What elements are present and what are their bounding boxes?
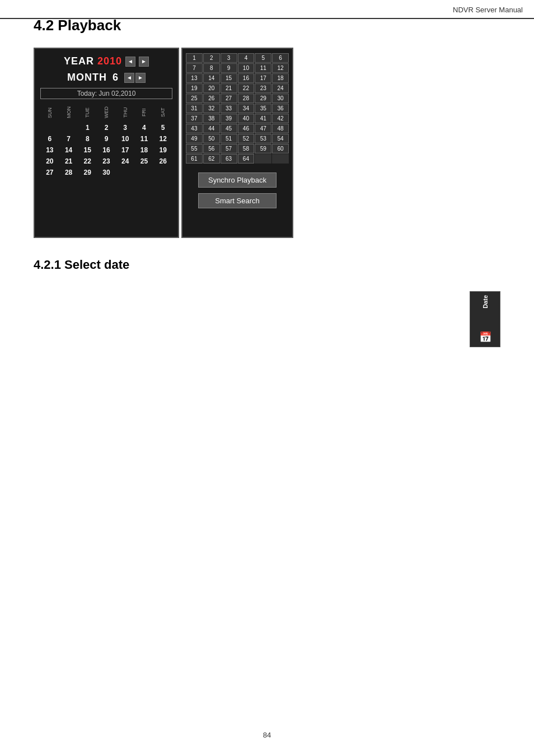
month-next-btn[interactable]: ► <box>135 73 146 83</box>
cal-cell[interactable]: 29 <box>78 167 97 178</box>
cam-number-cell[interactable]: 47 <box>255 124 271 133</box>
cam-number-cell[interactable]: 51 <box>221 134 237 143</box>
cam-number-cell[interactable]: 16 <box>238 73 255 83</box>
cam-number-cell[interactable]: 1 <box>186 53 203 63</box>
cal-cell[interactable]: 14 <box>59 145 78 155</box>
cal-cell[interactable]: 23 <box>97 156 116 166</box>
cam-number-cell[interactable]: 44 <box>203 124 220 133</box>
cam-number-cell[interactable]: 56 <box>203 144 220 153</box>
cal-cell[interactable]: 7 <box>59 134 78 144</box>
cam-number-cell[interactable]: 7 <box>186 63 203 73</box>
cam-number-cell[interactable]: 42 <box>272 114 289 123</box>
cam-number-cell[interactable]: 45 <box>221 124 237 133</box>
cam-number-cell[interactable]: 48 <box>272 124 289 133</box>
cam-number-cell[interactable]: 37 <box>186 114 203 123</box>
cal-cell[interactable]: 8 <box>78 134 97 144</box>
cam-number-cell[interactable]: 18 <box>272 73 289 83</box>
cam-number-cell[interactable]: 61 <box>186 154 203 164</box>
cam-number-cell[interactable]: 20 <box>203 83 220 93</box>
cam-number-cell[interactable]: 9 <box>221 63 237 73</box>
cal-cell[interactable]: 17 <box>116 145 135 155</box>
cal-cell[interactable]: 27 <box>40 167 59 178</box>
cal-cell[interactable]: 22 <box>78 156 97 166</box>
cam-number-cell[interactable]: 4 <box>238 53 255 63</box>
cam-number-cell[interactable]: 19 <box>186 83 203 93</box>
cam-number-cell[interactable]: 57 <box>221 144 237 153</box>
cam-number-cell[interactable]: 2 <box>203 53 220 63</box>
cal-cell[interactable]: 6 <box>40 134 59 144</box>
cam-number-cell[interactable]: 36 <box>272 104 289 113</box>
cam-number-cell[interactable]: 53 <box>255 134 271 143</box>
cal-cell[interactable]: 12 <box>153 134 172 144</box>
cal-cell[interactable]: 16 <box>97 145 116 155</box>
cam-number-cell[interactable]: 31 <box>186 104 203 113</box>
cam-number-cell[interactable]: 63 <box>221 154 237 164</box>
cam-number-cell[interactable]: 40 <box>238 114 255 123</box>
cam-number-cell[interactable]: 26 <box>203 94 220 103</box>
cam-number-cell[interactable]: 52 <box>238 134 255 143</box>
cam-number-cell[interactable]: 34 <box>238 104 255 113</box>
cal-cell[interactable]: 19 <box>153 145 172 155</box>
cam-number-cell[interactable]: 35 <box>255 104 271 113</box>
cam-number-cell[interactable]: 38 <box>203 114 220 123</box>
cal-cell[interactable]: 5 <box>153 123 172 133</box>
cam-number-cell[interactable]: 62 <box>203 154 220 164</box>
cam-number-cell[interactable]: 54 <box>272 134 289 143</box>
cam-number-cell[interactable]: 12 <box>272 63 289 73</box>
cam-number-cell[interactable]: 30 <box>272 94 289 103</box>
cam-number-cell[interactable]: 8 <box>203 63 220 73</box>
cal-cell[interactable]: 26 <box>153 156 172 166</box>
cal-cell[interactable]: 11 <box>135 134 154 144</box>
cam-number-cell[interactable]: 39 <box>221 114 237 123</box>
cal-cell[interactable]: 1 <box>78 123 97 133</box>
cal-cell[interactable]: 2 <box>97 123 116 133</box>
cam-number-cell[interactable]: 27 <box>221 94 237 103</box>
year-next-btn[interactable]: ► <box>139 57 149 67</box>
cam-number-cell[interactable]: 60 <box>272 144 289 153</box>
cal-cell[interactable]: 18 <box>135 145 154 155</box>
cal-cell[interactable]: 10 <box>116 134 135 144</box>
cam-number-cell[interactable]: 3 <box>221 53 237 63</box>
cam-number-cell[interactable]: 33 <box>221 104 237 113</box>
cal-cell[interactable]: 21 <box>59 156 78 166</box>
cal-cell[interactable]: 30 <box>97 167 116 178</box>
cal-cell[interactable]: 25 <box>135 156 154 166</box>
cam-number-cell[interactable]: 15 <box>221 73 237 83</box>
cam-number-cell[interactable]: 41 <box>255 114 271 123</box>
cam-number-cell[interactable]: 58 <box>238 144 255 153</box>
cal-cell[interactable]: 3 <box>116 123 135 133</box>
cam-number-cell[interactable]: 23 <box>255 83 271 93</box>
cam-number-cell[interactable]: 11 <box>255 63 271 73</box>
cal-cell[interactable]: 13 <box>40 145 59 155</box>
cam-number-cell[interactable]: 21 <box>221 83 237 93</box>
month-prev-btn[interactable]: ◄ <box>124 73 134 83</box>
cam-number-cell[interactable]: 50 <box>203 134 220 143</box>
synchro-playback-button[interactable]: Synchro Playback <box>198 172 277 188</box>
cam-number-cell[interactable]: 32 <box>203 104 220 113</box>
cam-number-cell[interactable]: 59 <box>255 144 271 153</box>
cam-number-cell[interactable]: 46 <box>238 124 255 133</box>
cam-number-cell[interactable]: 13 <box>186 73 203 83</box>
cam-number-cell[interactable]: 24 <box>272 83 289 93</box>
cam-number-cell[interactable]: 64 <box>238 154 255 164</box>
cal-cell[interactable]: 24 <box>116 156 135 166</box>
cam-number-cell[interactable]: 6 <box>272 53 289 63</box>
cal-cell[interactable]: 28 <box>59 167 78 178</box>
cam-number-cell[interactable]: 25 <box>186 94 203 103</box>
cam-number-cell[interactable]: 17 <box>255 73 271 83</box>
cam-number-cell[interactable]: 29 <box>255 94 271 103</box>
cam-number-cell[interactable]: 28 <box>238 94 255 103</box>
cam-number-cell[interactable]: 10 <box>238 63 255 73</box>
year-prev-btn[interactable]: ◄ <box>125 57 135 67</box>
cam-number-cell[interactable]: 43 <box>186 124 203 133</box>
cal-cell[interactable]: 9 <box>97 134 116 144</box>
cam-number-cell[interactable]: 49 <box>186 134 203 143</box>
cam-number-cell[interactable]: 5 <box>255 53 271 63</box>
cam-number-cell[interactable]: 22 <box>238 83 255 93</box>
cam-number-cell[interactable]: 14 <box>203 73 220 83</box>
cal-cell[interactable]: 4 <box>135 123 154 133</box>
cal-cell[interactable]: 20 <box>40 156 59 166</box>
cam-number-cell[interactable]: 55 <box>186 144 203 153</box>
smart-search-button[interactable]: Smart Search <box>198 193 277 208</box>
cal-cell[interactable]: 15 <box>78 145 97 155</box>
